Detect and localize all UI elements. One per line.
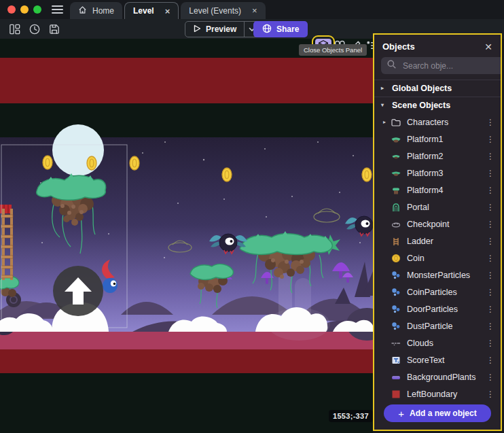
object-item-label: Characters (407, 118, 486, 127)
tab-strip: Home Level × Level (Events) × (70, 0, 266, 19)
object-item-label: BackgroundPlants (407, 373, 486, 382)
globe-icon (262, 24, 272, 35)
coin[interactable] (130, 156, 139, 170)
add-new-object-button[interactable]: + Add a new object (384, 404, 491, 422)
kebab-menu-icon[interactable]: ⋮ (486, 169, 494, 177)
kebab-menu-icon[interactable]: ⋮ (486, 186, 494, 194)
coin[interactable] (362, 168, 372, 181)
preview-label: Preview (206, 24, 236, 34)
kebab-menu-icon[interactable]: ⋮ (486, 271, 494, 279)
folder-icon (390, 117, 401, 128)
search-input-wrapper (381, 57, 502, 74)
section-scene-objects[interactable]: ▾ Scene Objects (374, 97, 501, 114)
kebab-menu-icon[interactable]: ⋮ (486, 288, 494, 296)
top-boundary-band[interactable] (0, 58, 373, 103)
share-label: Share (276, 24, 299, 34)
particles-icon (390, 304, 401, 315)
object-item-monsterparticles[interactable]: MonsterParticles ⋮ (374, 266, 501, 283)
kebab-menu-icon[interactable]: ⋮ (486, 237, 494, 245)
object-item-ladder[interactable]: Ladder ⋮ (374, 232, 501, 249)
scene-editor-canvas[interactable]: 1553;-337 (0, 39, 373, 433)
object-item-label: DustParticle (407, 322, 486, 331)
ladder-icon (390, 236, 401, 247)
tab-level-events[interactable]: Level (Events) × (181, 2, 265, 19)
tab-home[interactable]: Home (70, 2, 122, 19)
object-item-clouds[interactable]: Clouds ⋮ (374, 334, 501, 351)
object-item-label: Coin (407, 254, 486, 263)
tab-label: Level (Events) (189, 6, 241, 16)
share-button[interactable]: Share (253, 21, 308, 37)
object-item-label: Platform3 (407, 169, 486, 178)
kebab-menu-icon[interactable]: ⋮ (486, 220, 494, 228)
close-icon[interactable]: × (252, 6, 257, 15)
kebab-menu-icon[interactable]: ⋮ (486, 254, 494, 262)
section-label: Scene Objects (392, 101, 450, 110)
coin[interactable] (87, 156, 96, 170)
preview-button[interactable]: Preview (185, 21, 260, 37)
particles-icon (390, 270, 401, 281)
window-control[interactable] (20, 5, 29, 14)
kebab-menu-icon[interactable]: ⋮ (486, 203, 494, 211)
search-input[interactable] (401, 60, 502, 71)
kebab-menu-icon[interactable]: ⋮ (486, 135, 494, 143)
section-label: Global Objects (392, 84, 452, 93)
save-icon[interactable] (48, 22, 61, 36)
objects-panel: Objects ✕ ▸ Global Objects ▾ Scene Objec… (373, 33, 502, 431)
tab-label: Level (133, 6, 154, 16)
window-control[interactable] (33, 5, 41, 14)
kebab-menu-icon[interactable]: ⋮ (486, 322, 494, 330)
object-item-coin[interactable]: Coin ⋮ (374, 249, 501, 266)
object-item-coinparticles[interactable]: CoinParticles ⋮ (374, 283, 501, 300)
kebab-menu-icon[interactable]: ⋮ (486, 339, 494, 347)
section-global-objects[interactable]: ▸ Global Objects (374, 80, 501, 97)
panel-layout-icon[interactable] (8, 22, 22, 36)
object-item-label: LeftBoundary (407, 389, 486, 399)
coin[interactable] (222, 168, 232, 181)
object-item-label: Platform2 (407, 152, 486, 161)
close-icon[interactable]: ✕ (484, 42, 492, 52)
kebab-menu-icon[interactable]: ⋮ (486, 305, 494, 313)
object-item-leftboundary[interactable]: LeftBoundary ⋮ (374, 385, 501, 399)
object-item-backgroundplants[interactable]: BackgroundPlants ⋮ (374, 368, 501, 385)
object-item-label: Clouds (407, 339, 486, 348)
object-item-dustparticle[interactable]: DustParticle ⋮ (374, 317, 501, 334)
object-item-label: Portal (407, 203, 486, 212)
platform4-icon (390, 185, 401, 196)
kebab-menu-icon[interactable]: ⋮ (486, 356, 494, 364)
object-item-doorparticles[interactable]: DoorParticles ⋮ (374, 300, 501, 317)
coin[interactable] (43, 156, 52, 169)
macos-traffic-lights (7, 5, 41, 14)
plants-icon (390, 372, 401, 383)
jump-button-overlay[interactable] (53, 266, 103, 316)
objects-panel-title: Objects (382, 41, 415, 52)
kebab-menu-icon[interactable]: ⋮ (486, 152, 494, 160)
history-icon[interactable] (28, 22, 41, 36)
home-icon (78, 5, 87, 16)
tab-level[interactable]: Level × (124, 2, 179, 19)
object-item-checkpoint[interactable]: Checkpoint ⋮ (374, 215, 501, 232)
object-item-characters[interactable]: ▸ Characters ⋮ (374, 114, 501, 131)
bottom-boundary-band[interactable] (0, 349, 373, 373)
object-item-label: Ladder (407, 237, 486, 246)
object-item-platform1[interactable]: Platform1 ⋮ (374, 131, 501, 148)
chevron-down-icon: ▾ (381, 103, 387, 108)
object-item-label: CoinParticles (407, 288, 486, 297)
window-control[interactable] (7, 5, 16, 14)
object-item-platform4[interactable]: Platform4 ⋮ (374, 181, 501, 198)
kebab-menu-icon[interactable]: ⋮ (486, 373, 494, 381)
object-item-scoretext[interactable]: ScoreText ⋮ (374, 351, 501, 368)
moon[interactable] (52, 124, 104, 176)
object-item-platform2[interactable]: Platform2 ⋮ (374, 148, 501, 164)
object-item-platform3[interactable]: Platform3 ⋮ (374, 164, 501, 181)
toolbar-left-icons (8, 22, 61, 36)
platform3-icon (390, 168, 401, 179)
boundary-icon (390, 389, 401, 400)
main-menu-icon[interactable] (51, 3, 63, 16)
kebab-menu-icon[interactable]: ⋮ (486, 390, 494, 398)
object-item-portal[interactable]: Portal ⋮ (374, 198, 501, 215)
portal-icon (390, 202, 401, 213)
search-icon (386, 59, 397, 72)
kebab-menu-icon[interactable]: ⋮ (486, 118, 494, 126)
platform2-icon (390, 151, 401, 162)
close-icon[interactable]: × (165, 7, 170, 16)
